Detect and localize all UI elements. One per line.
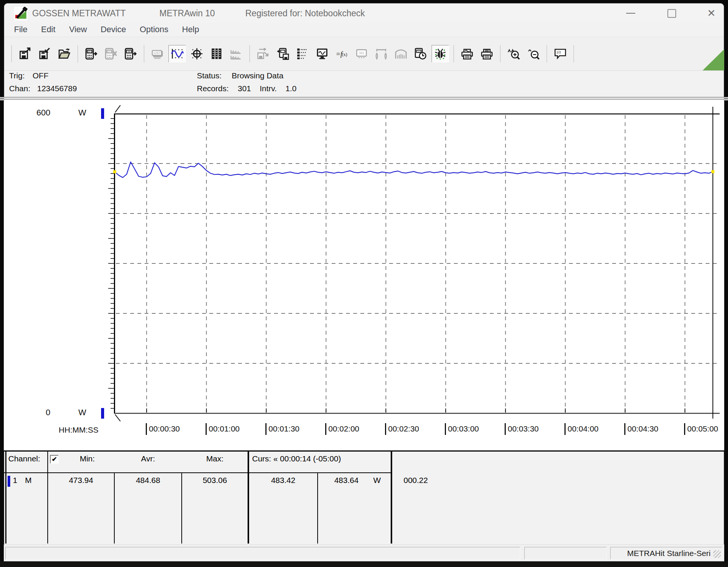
comment-button[interactable]: 1/2 <box>552 45 569 62</box>
zoom-out-button[interactable] <box>525 45 542 62</box>
menu-options[interactable]: Options <box>133 23 175 37</box>
menu-device[interactable]: Device <box>94 23 133 37</box>
svg-text:12: 12 <box>418 50 420 53</box>
bug-logger-icon <box>434 47 447 60</box>
bridge-icon <box>394 47 407 60</box>
status-value: Browsing Data <box>232 71 284 80</box>
device-name-text: METRAHit Starline-Seri <box>627 549 711 558</box>
device-321-read-button[interactable]: 321 <box>83 45 100 62</box>
table-border <box>47 450 48 544</box>
yt-chart-view-icon <box>171 47 184 60</box>
channel-visibility-checkbox[interactable]: ✔ <box>50 455 59 464</box>
window-bottom-edge <box>0 561 728 567</box>
table-view-icon <box>210 47 223 60</box>
zoom-in-button[interactable] <box>505 45 522 62</box>
device-timer-button[interactable]: 12 <box>412 45 429 62</box>
app-screen: GOSSEN METRAWATT METRAwin 10 Registered … <box>0 0 728 567</box>
device-m-read-button[interactable]: M <box>122 45 139 62</box>
maximize-button[interactable] <box>659 6 684 20</box>
numeric-display-icon: 1257 <box>151 47 164 60</box>
table-header-cursor: Curs: « 00:00:14 (-05:00) <box>252 454 341 463</box>
table-border <box>391 450 392 544</box>
records-label: Records: <box>197 84 229 93</box>
channel-list-icon <box>296 47 309 60</box>
channel-list-button[interactable] <box>294 45 311 62</box>
x-tick-label: 00:05:00 <box>684 422 718 435</box>
x-tick-text: 00:00:30 <box>149 424 180 433</box>
menu-file[interactable]: File <box>7 23 34 37</box>
records-value: 301 <box>238 84 251 93</box>
svg-text:321: 321 <box>107 50 112 53</box>
trig-label: Trig: <box>9 71 25 80</box>
menu-help[interactable]: Help <box>175 23 206 37</box>
svg-text:321: 321 <box>87 50 92 53</box>
import-file-icon <box>19 47 31 60</box>
toolbar-separator <box>144 45 144 62</box>
xy-view-button[interactable] <box>188 45 206 62</box>
table-header-underline <box>4 472 391 473</box>
comment-icon: 1/2 <box>554 47 567 60</box>
device-321-read-icon: 321 <box>85 47 98 60</box>
zoom-out-icon <box>527 47 540 60</box>
plot-area[interactable] <box>115 114 720 413</box>
open-folder-icon <box>58 47 71 60</box>
y-axis-unit-bottom: W <box>78 408 86 417</box>
chan-value: 123456789 <box>37 84 77 93</box>
chan-label: Chan: <box>9 84 30 93</box>
formula-button[interactable]: =f(x) <box>333 45 351 62</box>
channel-max-value: 503.06 <box>182 476 248 485</box>
title-app: METRAwin 10 <box>159 8 215 19</box>
device-321-disconnect-icon: 321 <box>104 47 117 60</box>
x-tick-text: 00:01:00 <box>209 424 240 433</box>
close-button[interactable]: ✕ <box>699 6 723 20</box>
green-status-triangle <box>703 49 724 70</box>
table-top-border <box>4 450 724 452</box>
xy-view-icon <box>190 47 203 60</box>
x-tick-label: 00:03:00 <box>445 422 479 435</box>
bug-logger-button[interactable] <box>432 45 449 62</box>
import-file-button[interactable] <box>16 45 34 62</box>
toolbar-separator <box>500 45 500 62</box>
menu-view[interactable]: View <box>62 23 94 37</box>
x-tick-text: 00:01:30 <box>268 424 299 433</box>
y-axis-min-label: 0 <box>16 408 50 417</box>
histogram-view-icon <box>230 47 243 60</box>
x-tick-text: 00:02:30 <box>388 424 419 433</box>
x-tick-label: 00:02:00 <box>325 422 359 435</box>
table-header-min: Min: <box>61 454 114 463</box>
yt-chart-view-button[interactable] <box>168 45 186 62</box>
toolbar-separator <box>547 45 547 62</box>
separator-line <box>0 100 728 100</box>
minimize-button[interactable] <box>619 6 643 20</box>
x-tick-label: 00:01:30 <box>265 422 299 435</box>
resize-grip[interactable] <box>713 550 721 558</box>
title-registered: Registered for: Notebookcheck <box>245 8 365 19</box>
print-list-button[interactable] <box>478 45 496 62</box>
bridge-button <box>392 45 410 62</box>
device-save-button[interactable] <box>274 45 292 62</box>
x-tick-text: 00:04:00 <box>567 424 599 433</box>
close-icon: ✕ <box>707 8 716 19</box>
monitor-view-button[interactable] <box>313 45 331 62</box>
channel-cursor-b-value: 483.64 <box>318 476 375 485</box>
probes-button <box>373 45 390 62</box>
menu-edit[interactable]: Edit <box>34 23 62 37</box>
zoom-in-icon <box>507 47 520 60</box>
save-file-button[interactable] <box>36 45 53 62</box>
x-tick-text: 00:02:00 <box>328 424 359 433</box>
print-chart-button[interactable] <box>458 45 476 62</box>
channel-avr-value: 484.68 <box>115 476 181 485</box>
table-view-button[interactable] <box>208 45 225 62</box>
title-bar[interactable]: GOSSEN METRAWATT METRAwin 10 Registered … <box>4 3 724 23</box>
table-header-max: Max: <box>182 454 248 463</box>
x-tick-bar <box>265 423 267 435</box>
channel-cursor-a-value: 483.42 <box>249 476 317 485</box>
status-panel-mid <box>524 547 607 559</box>
x-tick-text: 00:04:30 <box>627 424 658 433</box>
save-file-icon <box>38 47 51 60</box>
x-tick-bar <box>684 423 685 435</box>
channel-min-value: 473.94 <box>48 476 114 485</box>
open-folder-button[interactable] <box>56 45 73 62</box>
channel-number: 1 <box>13 476 17 485</box>
formula-icon: =f(x) <box>335 47 348 60</box>
